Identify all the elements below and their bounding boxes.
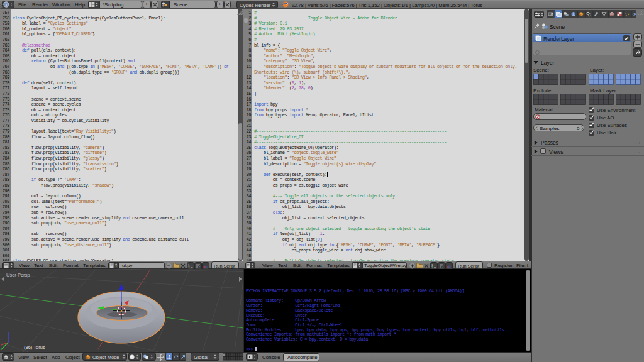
svg-text:b: b xyxy=(206,264,208,268)
svg-text:2: 2 xyxy=(188,266,190,268)
svg-text:2: 2 xyxy=(431,266,433,268)
svg-text:b: b xyxy=(449,264,452,268)
svg-text:(86) Torus: (86) Torus xyxy=(24,344,45,350)
svg-text:i: i xyxy=(6,2,7,8)
svg-text:User Persp: User Persp xyxy=(6,272,30,278)
